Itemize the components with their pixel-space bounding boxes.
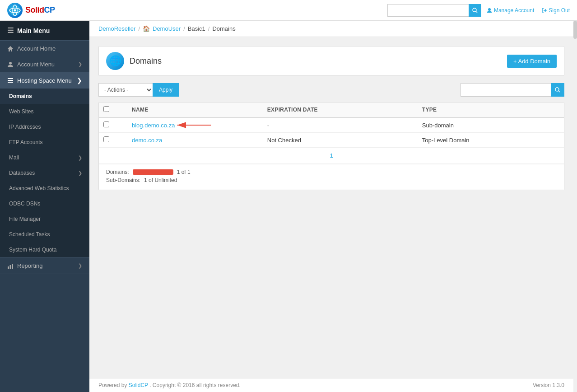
home-icon: 🏠 <box>143 25 150 32</box>
svg-point-7 <box>9 62 12 65</box>
sidebar-label-system-hard-quota: System Hard Quota <box>9 247 56 253</box>
svg-rect-12 <box>10 265 11 269</box>
actions-select[interactable]: - Actions - <box>98 83 153 97</box>
breadcrumb-basic1: Basic1 <box>188 25 205 32</box>
sidebar-item-hosting-space-menu[interactable]: Hosting Space Menu ❯ <box>0 72 89 89</box>
sidebar-item-odbc-dsns[interactable]: ODBC DSNs <box>0 196 89 211</box>
sidebar-label-account-home: Account Home <box>17 45 56 52</box>
table-row: blog.demo.co.za - Sub-domain <box>99 117 564 133</box>
sidebar-item-databases[interactable]: Databases ❯ <box>0 165 89 181</box>
logo-icon <box>7 3 23 18</box>
col-header-type: Type <box>418 103 564 117</box>
table-search-button[interactable] <box>551 83 564 97</box>
pagination: 1 <box>99 148 564 164</box>
domains-quota-bar-container <box>133 169 173 175</box>
sidebar-item-web-sites[interactable]: Web Sites <box>0 104 89 119</box>
table-body: blog.demo.co.za - Sub-domain demo.co.za … <box>99 117 564 148</box>
sidebar-item-ip-addresses[interactable]: IP Addresses <box>0 119 89 135</box>
breadcrumb-demouser[interactable]: DemoUser <box>153 25 181 32</box>
row-checkbox-0[interactable] <box>103 121 109 127</box>
reporting-chevron: ❯ <box>78 263 82 269</box>
sidebar-label-ip-addresses: IP Addresses <box>9 124 41 130</box>
sidebar-label-odbc-dsns: ODBC DSNs <box>9 201 40 207</box>
sidebar-label-databases: Databases <box>9 170 35 176</box>
sidebar-section-reporting: Reporting ❯ <box>0 258 89 274</box>
sidebar-item-mail[interactable]: Mail ❯ <box>0 150 89 165</box>
svg-line-5 <box>476 11 477 13</box>
row-name-cell: demo.co.za <box>127 133 263 148</box>
sidebar-item-account-menu[interactable]: Account Menu ❯ <box>0 56 89 72</box>
apply-button[interactable]: Apply <box>153 83 179 97</box>
domain-link-0[interactable]: blog.demo.co.za <box>132 122 175 129</box>
row-checkbox-1[interactable] <box>103 136 109 142</box>
row-checkbox-cell <box>99 133 114 148</box>
svg-rect-11 <box>8 266 9 269</box>
row-checkbox-cell <box>99 117 114 133</box>
top-search-input[interactable] <box>387 4 469 17</box>
domain-link-1[interactable]: demo.co.za <box>132 137 162 144</box>
table-search-input[interactable] <box>461 83 551 97</box>
toolbar-search <box>461 83 564 97</box>
sidebar-label-file-manager: File Manager <box>9 216 41 222</box>
sidebar-label-reporting: Reporting <box>17 262 42 269</box>
svg-rect-13 <box>12 264 13 269</box>
arrow-annotation <box>89 21 573 392</box>
main-menu-icon: ☰ <box>7 26 14 35</box>
col-header-checkbox2 <box>114 103 127 117</box>
breadcrumb: DemoReseller / 🏠 DemoUser / Basic1 / Dom… <box>89 21 573 37</box>
sidebar-item-account-home[interactable]: Account Home <box>0 41 89 56</box>
svg-point-3 <box>14 9 16 11</box>
select-all-checkbox[interactable] <box>103 106 109 112</box>
powered-by-text: Powered by <box>98 382 127 388</box>
svg-rect-9 <box>8 80 13 81</box>
top-search-area <box>387 4 481 17</box>
sidebar-header: ☰ Main Menu <box>0 21 89 41</box>
footer-brand-link[interactable]: SolidCP <box>129 382 148 388</box>
sidebar-item-system-hard-quota[interactable]: System Hard Quota <box>0 242 89 257</box>
svg-point-6 <box>488 8 491 11</box>
top-search-button[interactable] <box>469 4 481 17</box>
sidebar-label-domains: Domains <box>9 93 32 99</box>
footer: Powered by SolidCP . Copyright © 2016 al… <box>89 378 573 392</box>
page-number-1[interactable]: 1 <box>330 152 333 159</box>
footer-version: Version 1.3.0 <box>533 382 564 388</box>
sidebar: ☰ Main Menu Account Home Account Menu ❯ <box>0 21 89 392</box>
toolbar: - Actions - Apply <box>98 83 564 97</box>
table-row: demo.co.za Not Checked Top-Level Domain <box>99 133 564 148</box>
sidebar-label-ftp-accounts: FTP Accounts <box>9 139 42 145</box>
layout: ☰ Main Menu Account Home Account Menu ❯ <box>0 21 577 392</box>
domains-quota-bar <box>133 169 173 175</box>
sidebar-main-menu-label: Main Menu <box>17 27 50 34</box>
domain-icon <box>106 52 124 70</box>
main-content: DemoReseller / 🏠 DemoUser / Basic1 / Dom… <box>89 21 573 392</box>
sidebar-label-account-menu: Account Menu <box>17 61 55 68</box>
svg-point-14 <box>555 88 559 91</box>
sidebar-item-domains[interactable]: Domains <box>0 89 89 104</box>
row-type-cell: Top-Level Domain <box>418 133 564 148</box>
top-nav-right: Manage Account Sign Out <box>387 4 570 17</box>
subdomains-quota-value: 1 of Unlimited <box>144 177 177 183</box>
sidebar-item-scheduled-tasks[interactable]: Scheduled Tasks <box>0 227 89 242</box>
domains-quota-row: Domains: 1 of 1 <box>106 169 557 175</box>
sidebar-item-advanced-web-stats[interactable]: Advanced Web Statistics <box>0 181 89 196</box>
sidebar-item-ftp-accounts[interactable]: FTP Accounts <box>0 135 89 150</box>
svg-point-4 <box>473 8 476 12</box>
manage-account-link[interactable]: Manage Account <box>487 7 534 14</box>
sidebar-label-advanced-web-stats: Advanced Web Statistics <box>9 185 69 191</box>
add-domain-button[interactable]: + Add Domain <box>507 55 557 68</box>
top-navigation: SolidCP Manage Account Sign Out <box>0 0 577 21</box>
domains-table-container: NAME Expiration Date Type blog.demo.co.z… <box>98 102 564 190</box>
table-header-row: NAME Expiration Date Type <box>99 103 564 117</box>
sidebar-item-reporting[interactable]: Reporting ❯ <box>0 258 89 274</box>
sidebar-label-mail: Mail <box>9 154 19 161</box>
toolbar-left: - Actions - Apply <box>98 83 179 97</box>
sidebar-label-hosting-space-menu: Hosting Space Menu <box>17 77 72 84</box>
row-expiration-cell: Not Checked <box>263 133 418 148</box>
footer-copyright: . Copyright © 2016 all rights reserved. <box>149 382 241 388</box>
sidebar-item-file-manager[interactable]: File Manager <box>0 211 89 227</box>
breadcrumb-demoreseller[interactable]: DemoReseller <box>98 25 135 32</box>
scrollbar-thumb[interactable] <box>573 21 577 39</box>
mail-chevron: ❯ <box>78 155 82 161</box>
sign-out-link[interactable]: Sign Out <box>541 7 570 14</box>
quota-section: Domains: 1 of 1 Sub-Domains: 1 of Unlimi… <box>99 164 564 190</box>
